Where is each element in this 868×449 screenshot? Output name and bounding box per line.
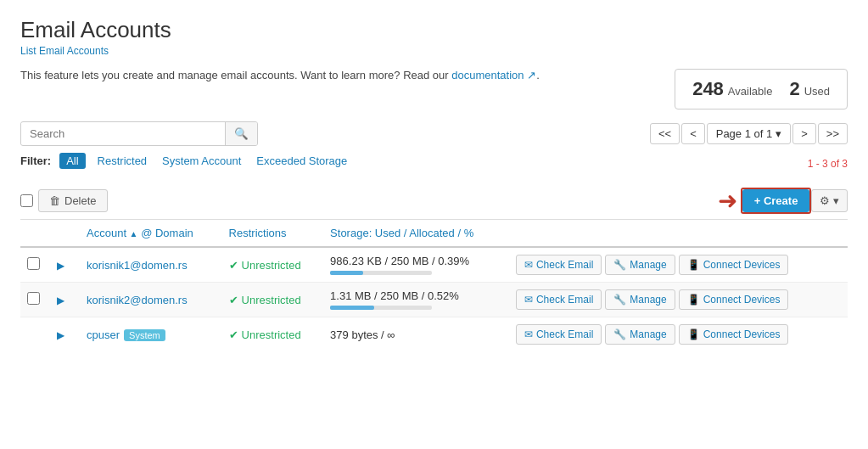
- restrictions-cell: ✔ Unrestricted: [222, 317, 324, 352]
- col-checkbox: [20, 220, 47, 247]
- account-cell: korisnik1@domen.rs: [80, 247, 222, 283]
- available-count: 248: [692, 78, 724, 100]
- table-row: ▶korisnik1@domen.rs✔ Unrestricted986.23 …: [20, 247, 848, 283]
- select-all-checkbox[interactable]: [20, 194, 33, 207]
- expand-col: ▶: [47, 317, 80, 352]
- account-cell: cpuserSystem: [80, 317, 222, 352]
- connect-devices-button[interactable]: 📱 Connect Devices: [679, 289, 789, 310]
- row-checkbox[interactable]: [27, 292, 40, 305]
- manage-button[interactable]: 🔧 Manage: [605, 289, 675, 310]
- check-email-button-icon: ✉: [524, 259, 533, 271]
- col-account-label: Account ▲: [87, 227, 138, 239]
- table-row: ▶korisnik2@domen.rs✔ Unrestricted1.31 MB…: [20, 283, 848, 317]
- toolbar: 🗑 Delete ➜ + Create ⚙ ▾: [20, 182, 848, 220]
- col-storage: Storage: Used / Allocated / %: [323, 220, 509, 247]
- next-page-button[interactable]: >: [792, 123, 816, 144]
- check-email-button-icon: ✉: [524, 328, 533, 340]
- create-button[interactable]: + Create: [742, 189, 810, 212]
- page-subtitle[interactable]: List Email Accounts: [20, 45, 848, 57]
- restrictions-link[interactable]: Unrestricted: [242, 294, 301, 306]
- manage-button-icon: 🔧: [613, 328, 626, 340]
- check-email-button[interactable]: ✉ Check Email: [516, 255, 602, 275]
- col-expand: [47, 220, 80, 247]
- connect-devices-button[interactable]: 📱 Connect Devices: [679, 324, 789, 345]
- storage-bar-fill: [330, 271, 363, 275]
- expand-button[interactable]: ▶: [53, 329, 68, 341]
- used-stat: 2 Used: [789, 78, 830, 100]
- account-link[interactable]: korisnik1@domen.rs: [87, 259, 188, 272]
- page-info[interactable]: Page 1 of 1 ▾: [707, 123, 792, 144]
- restrictions-cell: ✔ Unrestricted: [222, 283, 324, 317]
- page-header: Email Accounts List Email Accounts: [20, 17, 848, 57]
- search-button[interactable]: 🔍: [225, 122, 257, 145]
- check-icon: ✔: [229, 259, 238, 272]
- storage-bar: [330, 271, 502, 275]
- col-restrictions: Restrictions: [222, 220, 324, 247]
- storage-cell: 1.31 MB / 250 MB / 0.52%: [323, 283, 509, 317]
- top-row: This feature lets you create and manage …: [20, 69, 848, 109]
- manage-button[interactable]: 🔧 Manage: [605, 255, 675, 275]
- doc-link[interactable]: documentation ↗: [451, 69, 536, 81]
- unrestricted-label: ✔ Unrestricted: [229, 328, 317, 341]
- storage-cell: 379 bytes / ∞: [323, 317, 509, 352]
- account-link[interactable]: korisnik2@domen.rs: [87, 294, 188, 306]
- action-buttons: ✉ Check Email🔧 Manage📱 Connect Devices: [516, 255, 841, 275]
- storage-text: 986.23 KB / 250 MB / 0.39%: [330, 255, 502, 267]
- filter-row: Filter: All Restricted System Account Ex…: [20, 153, 350, 169]
- expand-button[interactable]: ▶: [53, 260, 68, 272]
- prev-page-button[interactable]: <: [681, 123, 705, 144]
- filter-exceeded-storage[interactable]: Exceeded Storage: [253, 153, 350, 169]
- storage-text: 379 bytes / ∞: [330, 328, 502, 341]
- restrictions-link[interactable]: Unrestricted: [242, 328, 301, 341]
- manage-button[interactable]: 🔧 Manage: [605, 324, 675, 345]
- description-text: This feature lets you create and manage …: [20, 69, 675, 81]
- col-at-domain: @ Domain: [141, 227, 193, 239]
- expand-col: ▶: [47, 283, 80, 317]
- first-page-button[interactable]: <<: [650, 123, 680, 144]
- storage-bar-bg: [330, 271, 432, 275]
- page-title: Email Accounts: [20, 17, 848, 43]
- last-page-button[interactable]: >>: [818, 123, 848, 144]
- expand-col: ▶: [47, 247, 80, 283]
- account-link[interactable]: cpuser: [87, 328, 120, 341]
- manage-button-icon: 🔧: [613, 259, 626, 271]
- connect-devices-button[interactable]: 📱 Connect Devices: [679, 255, 789, 275]
- actions-cell: ✉ Check Email🔧 Manage📱 Connect Devices: [509, 247, 848, 283]
- connect-devices-button-icon: 📱: [687, 328, 700, 340]
- search-box: 🔍: [20, 121, 258, 146]
- results-info: 1 - 3 of 3: [808, 158, 848, 170]
- action-buttons: ✉ Check Email🔧 Manage📱 Connect Devices: [516, 324, 841, 345]
- col-actions: [509, 220, 848, 247]
- trash-icon: 🗑: [49, 194, 60, 207]
- used-count: 2: [789, 78, 799, 100]
- restrictions-link[interactable]: Unrestricted: [242, 259, 301, 272]
- filter-label: Filter:: [20, 154, 51, 167]
- toolbar-right: ➜ + Create ⚙ ▾: [718, 188, 848, 214]
- storage-bar-bg: [330, 306, 432, 310]
- gear-dropdown-button[interactable]: ⚙ ▾: [811, 189, 848, 212]
- table-header-row: Account ▲ @ Domain Restrictions Storage:…: [20, 220, 848, 247]
- check-email-button[interactable]: ✉ Check Email: [516, 289, 602, 310]
- account-cell: korisnik2@domen.rs: [80, 283, 222, 317]
- search-row: 🔍 << < Page 1 of 1 ▾ > >>: [20, 121, 848, 146]
- table-row: ▶cpuserSystem✔ Unrestricted379 bytes / ∞…: [20, 317, 848, 352]
- row-checkbox[interactable]: [27, 257, 40, 270]
- accounts-table: Account ▲ @ Domain Restrictions Storage:…: [20, 220, 848, 351]
- filter-system-account[interactable]: System Account: [159, 153, 244, 169]
- unrestricted-label: ✔ Unrestricted: [229, 259, 317, 272]
- create-arrow: ➜: [718, 189, 737, 213]
- check-icon: ✔: [229, 294, 238, 306]
- storage-text: 1.31 MB / 250 MB / 0.52%: [330, 289, 502, 302]
- expand-button[interactable]: ▶: [53, 295, 68, 306]
- filter-restricted[interactable]: Restricted: [94, 153, 151, 169]
- delete-button[interactable]: 🗑 Delete: [38, 189, 108, 212]
- check-email-button[interactable]: ✉ Check Email: [516, 324, 602, 345]
- create-btn-box: + Create: [741, 188, 812, 214]
- connect-devices-button-icon: 📱: [687, 294, 700, 306]
- connect-devices-button-icon: 📱: [687, 259, 700, 271]
- stats-box: 248 Available 2 Used: [675, 69, 848, 109]
- available-label: Available: [728, 85, 773, 98]
- col-account[interactable]: Account ▲ @ Domain: [80, 220, 222, 247]
- search-input[interactable]: [21, 123, 225, 144]
- filter-all[interactable]: All: [59, 153, 85, 169]
